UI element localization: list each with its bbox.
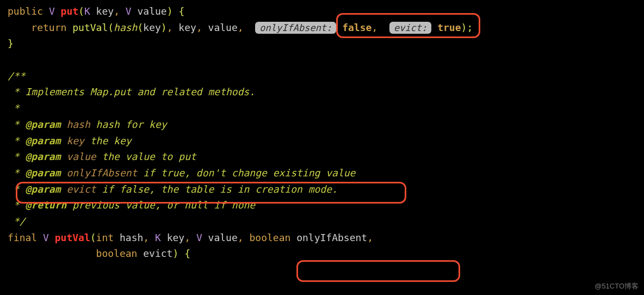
paren-open: ( — [108, 22, 114, 33]
comma: , — [167, 22, 173, 33]
paren-close: ) — [172, 248, 178, 259]
paren-close: ) — [461, 22, 467, 33]
comma: , — [371, 22, 377, 33]
brace-open: { — [178, 5, 184, 17]
arg-key: key — [178, 22, 196, 33]
paren-close: ) — [161, 22, 167, 33]
javadoc-pname: value — [66, 151, 96, 162]
inlay-evict: evict: — [389, 22, 431, 34]
type-k: K — [155, 232, 161, 243]
javadoc-desc: the value to put — [96, 151, 196, 162]
param-evict: evict — [143, 248, 172, 259]
type-k: K — [84, 5, 90, 17]
javadoc-desc: if true, don't change existing value — [137, 167, 355, 179]
kw-public: public — [8, 5, 43, 17]
javadoc-tag: @param — [26, 151, 61, 162]
kw-boolean: boolean — [96, 248, 138, 259]
semicolon: ; — [467, 22, 473, 33]
javadoc-pname: onlyIfAbsent — [66, 167, 137, 179]
javadoc-star: * — [8, 167, 26, 179]
comma: , — [114, 5, 120, 17]
type-v2: V — [126, 5, 132, 17]
val-false: false — [342, 22, 371, 33]
param-key: key — [167, 232, 185, 243]
brace-close: } — [8, 38, 14, 49]
javadoc-open: /** — [8, 70, 26, 82]
param-onlyifabsent: onlyIfAbsent — [296, 232, 367, 243]
kw-return: return — [31, 22, 66, 33]
kw-int: int — [96, 232, 114, 243]
param-key: key — [96, 5, 114, 17]
javadoc-desc: hash for key — [90, 119, 167, 130]
javadoc-star: * — [8, 119, 26, 130]
javadoc-desc: the key — [84, 135, 132, 146]
javadoc-star: * — [8, 199, 26, 211]
paren-open: ( — [78, 5, 84, 17]
comma: , — [238, 232, 244, 243]
kw-final: final — [8, 232, 37, 243]
javadoc-desc: previous value, or null if none — [66, 199, 255, 211]
javadoc-tag: @param — [26, 167, 61, 179]
javadoc-star: * — [8, 151, 26, 162]
javadoc-line: * — [8, 102, 20, 114]
call-putval: putVal — [72, 22, 108, 33]
code-block: public V put(K key, V value) { return pu… — [0, 0, 644, 265]
val-true: true — [437, 22, 461, 33]
param-value: value — [208, 232, 238, 243]
paren-open: ( — [137, 22, 143, 33]
param-value: value — [138, 5, 167, 17]
paren-close: ) — [167, 5, 173, 17]
type-v: V — [43, 232, 49, 243]
javadoc-pname: key — [66, 135, 84, 146]
javadoc-tag: @param — [26, 119, 61, 130]
method-putval: putVal — [55, 232, 90, 243]
arg-value: value — [208, 22, 238, 33]
param-hash: hash — [120, 232, 143, 243]
call-hash: hash — [114, 22, 137, 33]
method-put: put — [61, 5, 79, 17]
comma: , — [143, 232, 149, 243]
brace-open: { — [184, 248, 190, 259]
arg-key: key — [143, 22, 161, 33]
type-v2: V — [196, 232, 202, 243]
comma: , — [238, 22, 244, 33]
javadoc-tag: @param — [26, 183, 61, 195]
javadoc-close: */ — [8, 216, 26, 227]
javadoc-pname: evict — [66, 183, 96, 195]
javadoc-pname: hash — [66, 119, 90, 130]
javadoc-tag: @return — [26, 199, 67, 211]
javadoc-tag: @param — [26, 135, 61, 146]
kw-boolean: boolean — [249, 232, 290, 243]
javadoc-desc: if false, the table is in creation mode. — [96, 183, 338, 195]
inlay-onlyifabsent: onlyIfAbsent: — [255, 22, 336, 34]
comma: , — [184, 232, 190, 243]
javadoc-star: * — [8, 135, 26, 146]
type-v: V — [49, 5, 55, 17]
comma: , — [367, 232, 373, 243]
javadoc-line: * Implements Map.put and related methods… — [8, 86, 255, 97]
paren-open: ( — [90, 232, 96, 243]
javadoc-star: * — [8, 183, 26, 195]
comma: , — [196, 22, 202, 33]
watermark: @51CTO博客 — [595, 280, 639, 292]
